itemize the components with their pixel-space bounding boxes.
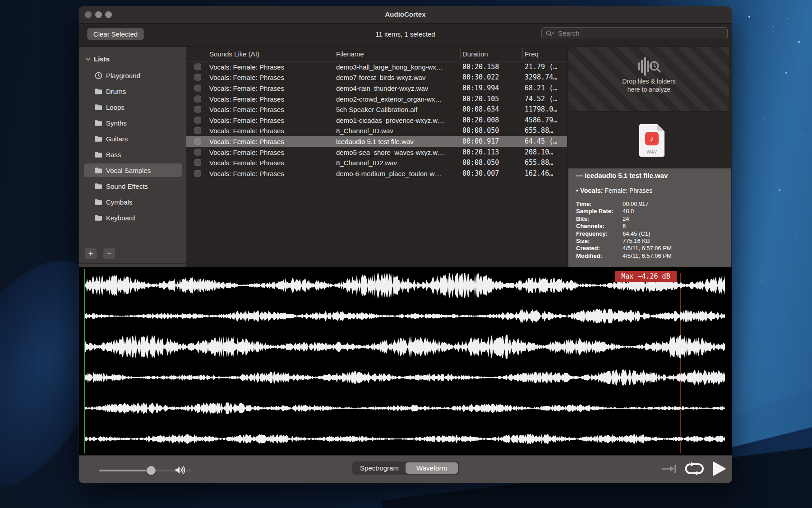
column-separator[interactable] <box>334 48 334 59</box>
waveform-centerline <box>85 316 725 317</box>
row-checkbox[interactable] <box>194 117 201 123</box>
row-filename: demo-6-medium_place_toulon-w… <box>336 169 441 177</box>
drop-zone-text-line2: here to analyze <box>568 86 729 93</box>
row-checkbox[interactable] <box>194 127 201 134</box>
waveform-view[interactable] <box>79 267 732 455</box>
column-separator[interactable] <box>460 48 461 59</box>
table-row[interactable]: Vocals: Female: Phrases demo1-cicadas_pr… <box>186 115 567 126</box>
waveform-centerline <box>85 347 725 347</box>
info-field-value: 4/5/11, 6:57:06 PM <box>623 245 672 252</box>
table-row[interactable]: Vocals: Female: Phrases 8_Channel_ID2.wa… <box>186 157 567 168</box>
row-duration: 00:08.050 <box>462 158 499 167</box>
table-row[interactable]: Vocals: Female: Phrases 5ch Speaker Cali… <box>186 104 567 115</box>
row-filename: demo7-forest_birds-wxyz.wav <box>336 74 425 81</box>
sidebar-item-bass[interactable]: Bass <box>84 148 182 161</box>
drop-files-zone[interactable]: Drop files & folders here to analyze <box>568 47 730 112</box>
sidebar-item-label: Cymbals <box>106 198 132 206</box>
waveform-centerline <box>85 439 725 439</box>
table-row[interactable]: Vocals: Female: Phrases 8_Channel_ID.wav… <box>186 126 567 136</box>
row-duration: 00:19.994 <box>462 84 499 92</box>
info-field-value: 00:00.917 <box>623 200 672 208</box>
waveform-channels <box>79 267 732 455</box>
sidebar-item-label: Drums <box>106 88 126 95</box>
column-header-filename[interactable]: Filename <box>336 50 364 58</box>
drop-zone-text-line1: Drop files & folders <box>568 78 729 85</box>
row-duration: 00:20.158 <box>462 63 499 71</box>
speaker-icon[interactable] <box>175 465 187 475</box>
table-row[interactable]: Vocals: Female: Phrases demo5-sea_shore_… <box>186 147 567 158</box>
sidebar-item-synths[interactable]: Synths <box>84 116 182 130</box>
row-freq: 74.52 (… <box>525 95 557 103</box>
wav-file-icon[interactable]: ♪ WAV <box>639 124 664 157</box>
row-checkbox[interactable] <box>194 149 201 155</box>
file-info-panel: — icedaudio 5.1 test file.wav • Vocals: … <box>568 168 731 267</box>
row-freq: 655.88… <box>525 126 553 135</box>
table-row[interactable]: Vocals: Female: Phrases demo3-hall_large… <box>186 61 567 72</box>
row-checkbox[interactable] <box>194 159 201 166</box>
table-row[interactable]: Vocals: Female: Phrases icedaudio 5.1 te… <box>186 136 567 147</box>
info-field-value: 4/5/11, 6:57:06 PM <box>623 252 672 260</box>
sidebar-item-guitars[interactable]: Guitars <box>84 132 182 145</box>
sidebar-item-label: Guitars <box>106 135 128 143</box>
row-checkbox[interactable] <box>194 84 201 91</box>
search-input[interactable] <box>557 29 724 37</box>
page-fold-corner <box>657 124 664 131</box>
tab-waveform[interactable]: Waveform <box>406 462 458 474</box>
sidebar-item-sound-effects[interactable]: Sound Effects <box>84 179 182 193</box>
remove-list-button[interactable]: − <box>103 248 115 260</box>
table-row[interactable]: Vocals: Female: Phrases demo7-forest_bir… <box>186 72 567 83</box>
row-freq: 68.21 (… <box>525 84 557 92</box>
sidebar-item-keyboard[interactable]: Keyboard <box>84 211 182 224</box>
row-sounds-like: Vocals: Female: Phrases <box>209 84 284 92</box>
row-filename: 8_Channel_ID.wav <box>336 127 393 135</box>
row-sounds-like: Vocals: Female: Phrases <box>209 169 284 177</box>
table-header: Sounds Like (AI) Filename Duration Freq <box>186 47 567 61</box>
row-checkbox[interactable] <box>194 74 201 81</box>
play-button[interactable] <box>710 461 729 476</box>
column-separator[interactable] <box>522 48 523 59</box>
sidebar-section-label: Lists <box>94 55 110 63</box>
sidebar-items: Playground Drums Loops <box>79 69 186 227</box>
wallpaper-stars <box>0 0 1 1</box>
sidebar-item-drums[interactable]: Drums <box>84 84 182 98</box>
info-field-label: Frequency: <box>576 230 623 238</box>
row-checkbox[interactable] <box>194 170 201 177</box>
row-checkbox[interactable] <box>194 106 201 113</box>
info-field-value: 48.0 <box>623 208 672 215</box>
volume-slider-thumb[interactable] <box>147 466 156 475</box>
column-header-sounds-like[interactable]: Sounds Like (AI) <box>209 50 259 58</box>
tab-spectrogram[interactable]: Spectrogram <box>353 462 406 474</box>
row-checkbox[interactable] <box>194 138 201 144</box>
info-field-label: Channels: <box>576 223 623 230</box>
sidebar-item-playground[interactable]: Playground <box>84 69 182 82</box>
table-row[interactable]: Vocals: Female: Phrases demo4-rain_thund… <box>186 83 567 93</box>
sidebar-item-label: Vocal Samples <box>106 167 151 174</box>
titlebar[interactable]: AudioCortex <box>79 6 732 23</box>
column-header-duration[interactable]: Duration <box>462 50 488 58</box>
skip-to-end-button[interactable] <box>660 461 679 476</box>
table-row[interactable]: Vocals: Female: Phrases demo2-crowd_exte… <box>186 93 567 104</box>
table-row[interactable]: Vocals: Female: Phrases demo-6-medium_pl… <box>186 168 567 179</box>
search-field[interactable] <box>541 27 728 39</box>
row-checkbox[interactable] <box>194 63 201 70</box>
info-field-value: 6 <box>623 223 672 230</box>
row-freq: 64.45 (… <box>525 137 557 145</box>
file-info-category: • Vocals: Female: Phrases <box>576 187 652 194</box>
loop-button[interactable] <box>683 461 706 476</box>
row-checkbox[interactable] <box>194 95 201 102</box>
sidebar-item-vocal-samples[interactable]: Vocal Samples <box>84 163 182 177</box>
skip-to-end-icon <box>661 464 678 474</box>
sidebar-item-label: Bass <box>106 151 121 158</box>
row-sounds-like: Vocals: Female: Phrases <box>209 63 284 70</box>
folder-icon <box>94 214 102 221</box>
add-list-button[interactable]: + <box>84 248 97 260</box>
sidebar-item-cymbals[interactable]: Cymbals <box>84 195 182 209</box>
row-filename: demo3-hall_large_hong_kong-wx… <box>336 63 443 70</box>
row-sounds-like: Vocals: Female: Phrases <box>209 159 284 167</box>
sidebar-section-lists[interactable]: Lists <box>86 55 110 63</box>
info-field-label: Time: <box>576 200 623 208</box>
info-field-label: Modified: <box>576 252 623 260</box>
sidebar-item-loops[interactable]: Loops <box>84 100 182 114</box>
waveform-centerline <box>85 378 725 378</box>
column-header-freq[interactable]: Freq <box>525 50 539 58</box>
